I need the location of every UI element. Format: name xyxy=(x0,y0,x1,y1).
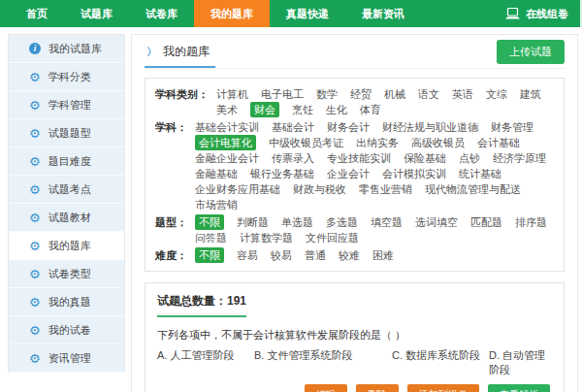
filter-chip[interactable]: 文综 xyxy=(486,86,507,102)
filter-chip[interactable]: 零售业营销 xyxy=(359,181,412,197)
filter-options: 不限判断题单选题多选题填空题选词填空匹配题排序题问答题计算数学题文件回应题 xyxy=(195,214,554,245)
filter-chip[interactable]: 不限 xyxy=(195,214,224,230)
sidebar-item-my-papers[interactable]: ⚙我的试卷 xyxy=(9,316,124,344)
sidebar-item-my-bank[interactable]: ⚙我的题库 xyxy=(9,232,124,260)
filter-chip[interactable]: 高级收银员 xyxy=(411,135,465,150)
sidebar-item-paper-type[interactable]: ⚙试卷类型 xyxy=(9,260,124,288)
filter-chip[interactable]: 经济学原理 xyxy=(493,150,546,166)
filter-chip[interactable]: 会计基础 xyxy=(477,135,520,150)
filter-options: 计算机电子电工数学经贸机械语文英语文综建筑美术财会烹饪生化体育 xyxy=(216,86,554,117)
filter-chip[interactable]: 现代物流管理与配送 xyxy=(425,181,521,197)
filter-chip[interactable]: 传票录入 xyxy=(272,150,314,166)
filter-chip[interactable]: 选词填空 xyxy=(415,214,458,230)
filter-chip[interactable]: 出纳实务 xyxy=(356,135,399,150)
sidebar-item-my-real-questions[interactable]: ⚙我的真题 xyxy=(9,288,124,316)
filter-chip[interactable]: 数学 xyxy=(316,86,338,102)
filter-chip[interactable]: 多选题 xyxy=(326,214,358,230)
filter-chip[interactable]: 会计电算化 xyxy=(195,135,256,150)
filter-chip[interactable]: 会计模拟实训 xyxy=(382,166,446,181)
filter-chip[interactable]: 文件回应题 xyxy=(306,230,359,245)
filter-chip[interactable]: 英语 xyxy=(452,86,473,102)
sidebar-item-label: 试题题型 xyxy=(48,126,91,141)
filter-chip[interactable]: 机械 xyxy=(384,86,405,102)
question-text: 下列各项中，不属于会计核算软件发展阶段的是（ ） xyxy=(157,328,552,343)
panel-header: 〉 我的题库 上传试题 xyxy=(145,44,565,69)
filter-chip[interactable]: 计算数学题 xyxy=(240,230,293,245)
gear-icon: ⚙ xyxy=(29,296,41,309)
sidebar-item-label: 资讯管理 xyxy=(48,351,91,366)
nav-item-question-bank[interactable]: 试题库 xyxy=(64,0,129,27)
filter-chip[interactable]: 财会 xyxy=(250,102,279,117)
filter-chip[interactable]: 普通 xyxy=(305,247,326,263)
delete-button[interactable]: 删除 xyxy=(356,384,399,392)
add-to-paper-button[interactable]: 添加到组卷 xyxy=(407,384,479,392)
upload-question-button[interactable]: 上传试题 xyxy=(497,40,565,64)
gear-icon: ⚙ xyxy=(29,183,41,196)
nav-item-real-question-express[interactable]: 真题快递 xyxy=(270,0,345,27)
sidebar-item-exam-points[interactable]: ⚙试题考点 xyxy=(9,176,124,204)
nav-item-latest-news[interactable]: 最新资讯 xyxy=(345,0,421,27)
filter-chip[interactable]: 单选题 xyxy=(281,214,313,230)
breadcrumb: 〉 我的题库 xyxy=(145,44,215,68)
filter-chip[interactable]: 保险基础 xyxy=(404,150,446,166)
question-count-row: 试题总数量：191 xyxy=(146,283,564,317)
filter-chip[interactable]: 体育 xyxy=(360,102,381,117)
filter-chip[interactable]: 排序题 xyxy=(515,214,547,230)
page: 首页试题库试卷库我的题库真题快递最新资讯 在线组卷 i我的试题库⚙学科分类⚙学科… xyxy=(0,0,582,392)
filter-chip[interactable]: 计算机 xyxy=(216,86,248,102)
filter-row-subject-category: 学科类别：计算机电子电工数学经贸机械语文英语文综建筑美术财会烹饪生化体育 xyxy=(155,86,554,117)
filter-chip[interactable]: 判断题 xyxy=(237,214,269,230)
filter-chip[interactable]: 基础会计 xyxy=(272,119,314,135)
filter-chip[interactable]: 金融企业会计 xyxy=(195,150,259,166)
question-list: 下列各项中，不属于会计核算软件发展阶段的是（ ）A. 人工管理阶段B. 文件管理… xyxy=(146,317,564,392)
sidebar-item-news-manage[interactable]: ⚙资讯管理 xyxy=(9,344,124,373)
sidebar-item-question-type[interactable]: ⚙试题题型 xyxy=(9,119,124,147)
sidebar-item-textbooks[interactable]: ⚙试题教材 xyxy=(9,204,124,232)
gear-icon: ⚙ xyxy=(29,155,41,168)
filter-chip[interactable]: 容易 xyxy=(237,247,258,263)
edit-button[interactable]: 编辑 xyxy=(305,384,347,392)
gear-icon: ⚙ xyxy=(29,99,41,112)
filter-chip[interactable]: 语文 xyxy=(418,86,439,102)
sidebar-item-subject-category[interactable]: ⚙学科分类 xyxy=(9,63,124,91)
page-title: 我的题库 xyxy=(163,44,210,60)
online-compose-button[interactable]: 在线组卷 xyxy=(494,0,582,27)
filter-chip[interactable]: 电子电工 xyxy=(261,86,304,102)
sidebar-item-my-question-db[interactable]: i我的试题库 xyxy=(9,35,124,63)
filter-chip[interactable]: 基础会计实训 xyxy=(195,119,259,135)
nav-item-home[interactable]: 首页 xyxy=(10,0,64,27)
filter-chip[interactable]: 经贸 xyxy=(350,86,372,102)
filter-chip[interactable]: 企业会计 xyxy=(327,166,370,181)
filter-chip[interactable]: 金融基础 xyxy=(195,166,238,181)
filter-chip[interactable]: 填空题 xyxy=(371,214,403,230)
gear-icon: ⚙ xyxy=(29,240,41,252)
filter-chip[interactable]: 财务管理 xyxy=(491,119,534,135)
filter-chip[interactable]: 企业财务应用基础 xyxy=(195,181,280,197)
filter-chip[interactable]: 生化 xyxy=(326,102,347,117)
filter-chip[interactable]: 中级收银员考证 xyxy=(269,135,343,150)
filter-chip[interactable]: 银行业务基础 xyxy=(250,166,314,181)
sidebar-item-subject-manage[interactable]: ⚙学科管理 xyxy=(9,91,124,119)
filter-chip[interactable]: 较难 xyxy=(339,247,360,263)
filter-chip[interactable]: 较易 xyxy=(271,247,292,263)
sidebar-item-difficulty[interactable]: ⚙题目难度 xyxy=(9,147,124,176)
filter-chip[interactable]: 问答题 xyxy=(195,230,227,245)
filter-chip[interactable]: 美术 xyxy=(216,102,238,117)
sidebar-item-label: 试题考点 xyxy=(48,182,91,197)
filter-chip[interactable]: 专业技能实训 xyxy=(327,150,391,166)
gear-icon: ⚙ xyxy=(29,212,41,224)
filter-chip[interactable]: 不限 xyxy=(195,247,224,263)
filter-chip[interactable]: 困难 xyxy=(372,247,394,263)
filter-chip[interactable]: 财经法规与职业道德 xyxy=(382,119,478,135)
filter-chip[interactable]: 建筑 xyxy=(520,86,541,102)
filter-chip[interactable]: 财政与税收 xyxy=(293,181,346,197)
view-analysis-button[interactable]: 查看解析 xyxy=(488,384,550,392)
nav-item-paper-bank[interactable]: 试卷库 xyxy=(129,0,194,27)
filter-chip[interactable]: 点钞 xyxy=(459,150,480,166)
filter-chip[interactable]: 财务会计 xyxy=(327,119,370,135)
filter-chip[interactable]: 市场营销 xyxy=(195,197,238,212)
filter-chip[interactable]: 烹饪 xyxy=(292,102,313,117)
filter-chip[interactable]: 统计基础 xyxy=(459,166,501,181)
nav-item-my-bank[interactable]: 我的题库 xyxy=(194,0,270,27)
filter-chip[interactable]: 匹配题 xyxy=(470,214,502,230)
